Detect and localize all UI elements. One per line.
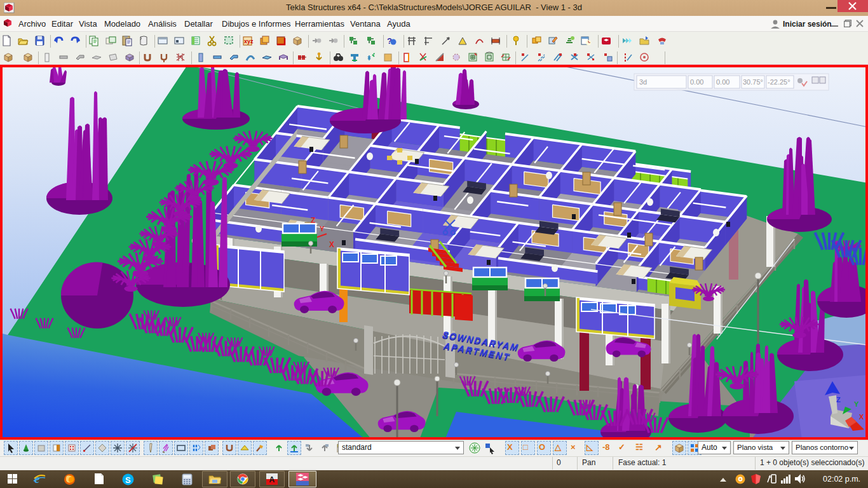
- svg-text:Z: Z: [836, 396, 841, 403]
- svg-text:S: S: [125, 475, 131, 485]
- svg-text:Y: Y: [854, 400, 859, 408]
- svg-text:xyz: xyz: [244, 38, 254, 44]
- svg-text:0.00: 0.00: [716, 78, 729, 86]
- svg-text:3d: 3d: [639, 78, 647, 86]
- svg-text:Y: Y: [320, 225, 325, 233]
- svg-text:30.75°: 30.75°: [743, 78, 763, 86]
- svg-text:A: A: [269, 475, 275, 484]
- svg-text:0.00: 0.00: [690, 78, 703, 86]
- svg-text:X: X: [329, 240, 334, 249]
- svg-text:X: X: [859, 413, 864, 421]
- svg-text:-22.25°: -22.25°: [768, 78, 790, 86]
